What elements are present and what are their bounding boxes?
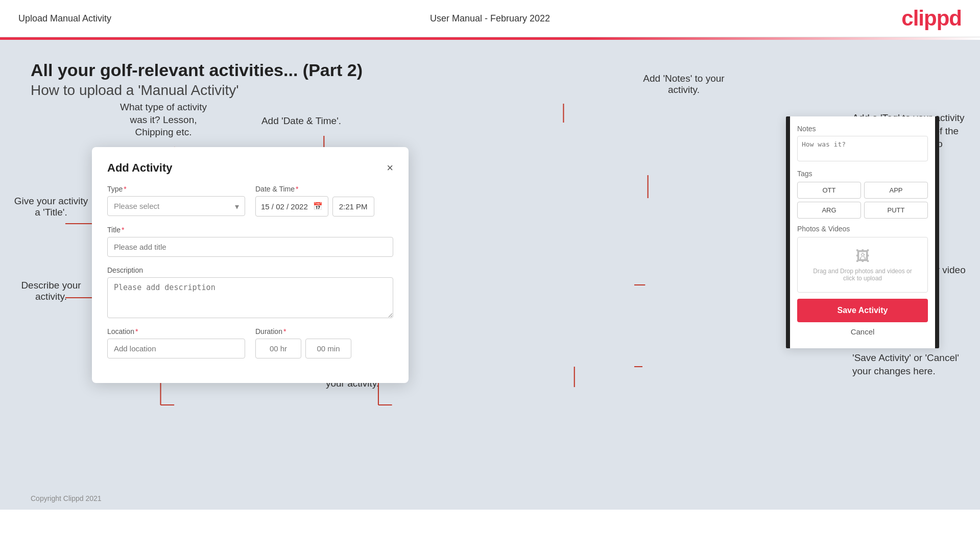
close-button[interactable]: × — [387, 162, 393, 174]
main-content: All your golf-relevant activities... (Pa… — [0, 40, 980, 510]
location-field-group: Location* — [107, 327, 245, 358]
duration-field-group: Duration* — [255, 327, 393, 358]
top-bar: Upload Manual Activity User Manual - Feb… — [0, 0, 980, 37]
type-date-row: Type* Please select Date & Time* 15 / 02… — [107, 185, 393, 217]
duration-label: Duration* — [255, 327, 393, 336]
location-input[interactable] — [107, 339, 245, 358]
manual-title: User Manual - February 2022 — [430, 13, 550, 24]
add-activity-modal: Add Activity × Type* Please select Date … — [92, 147, 409, 383]
type-select-wrapper: Please select — [107, 196, 245, 216]
annotation-notes: Add 'Notes' to your activity. — [633, 73, 735, 95]
title-field-group: Title* — [107, 226, 393, 257]
phone-inner: Notes Tags OTT APP ARG PUTT Photos & Vid… — [790, 116, 935, 348]
time-input[interactable]: 2:21 PM — [332, 197, 374, 217]
calendar-icon: 📅 — [313, 202, 323, 211]
location-label: Location* — [107, 327, 245, 336]
annotation-desc: Describe your activity. — [10, 280, 92, 302]
title-input[interactable] — [107, 237, 393, 257]
description-input[interactable] — [107, 277, 393, 318]
type-label: Type* — [107, 185, 245, 193]
duration-min-input[interactable] — [305, 339, 351, 358]
location-duration-row: Location* Duration* — [107, 327, 393, 358]
title-label: Title* — [107, 226, 393, 234]
logo-text: clipp — [901, 6, 949, 30]
annotation-title: Give your activity a 'Title'. — [10, 196, 92, 218]
type-field-group: Type* Please select — [107, 185, 245, 217]
page-label: Upload Manual Activity — [18, 13, 111, 24]
phone-left-bar — [786, 116, 790, 348]
description-field-group: Description — [107, 266, 393, 318]
tags-label: Tags — [797, 170, 928, 178]
type-select[interactable]: Please select — [107, 196, 245, 216]
photos-label: Photos & Videos — [797, 225, 928, 233]
upload-area[interactable]: 🖼 Drag and Drop photos and videos or cli… — [797, 237, 928, 293]
tags-grid: OTT APP ARG PUTT — [797, 182, 928, 219]
modal-title: Add Activity — [107, 161, 173, 175]
upload-icon: 🖼 — [808, 248, 917, 265]
tag-ott[interactable]: OTT — [797, 182, 861, 199]
upload-text: Drag and Drop photos and videos or click… — [808, 268, 917, 282]
datetime-label: Date & Time* — [255, 185, 393, 193]
annotation-datetime: Add 'Date & Time'. — [255, 115, 347, 127]
notes-label: Notes — [797, 125, 928, 133]
logo: clippd — [901, 6, 962, 31]
tag-arg[interactable]: ARG — [797, 202, 861, 219]
footer-copyright: Copyright Clippd 2021 — [31, 494, 102, 502]
description-label: Description — [107, 266, 393, 274]
tag-putt[interactable]: PUTT — [864, 202, 928, 219]
duration-group — [255, 339, 393, 358]
cancel-link[interactable]: Cancel — [797, 327, 928, 336]
page-title: All your golf-relevant activities... (Pa… — [31, 60, 949, 80]
notes-input[interactable] — [797, 136, 928, 161]
datetime-group: 15 / 02 / 2022 📅 2:21 PM — [255, 196, 393, 217]
date-input[interactable]: 15 / 02 / 2022 📅 — [255, 196, 328, 217]
modal-header: Add Activity × — [107, 161, 393, 175]
phone-panel: Notes Tags OTT APP ARG PUTT Photos & Vid… — [786, 116, 939, 348]
save-activity-button[interactable]: Save Activity — [797, 299, 928, 322]
phone-right-bar — [935, 116, 939, 348]
annotation-save: 'Save Activity' or 'Cancel' your changes… — [852, 351, 970, 377]
annotation-type: What type of activity was it? Lesson, Ch… — [112, 101, 214, 139]
datetime-field-group: Date & Time* 15 / 02 / 2022 📅 2:21 PM — [255, 185, 393, 217]
tag-app[interactable]: APP — [864, 182, 928, 199]
page-subtitle: How to upload a 'Manual Activity' — [31, 82, 949, 99]
duration-hr-input[interactable] — [255, 339, 301, 358]
